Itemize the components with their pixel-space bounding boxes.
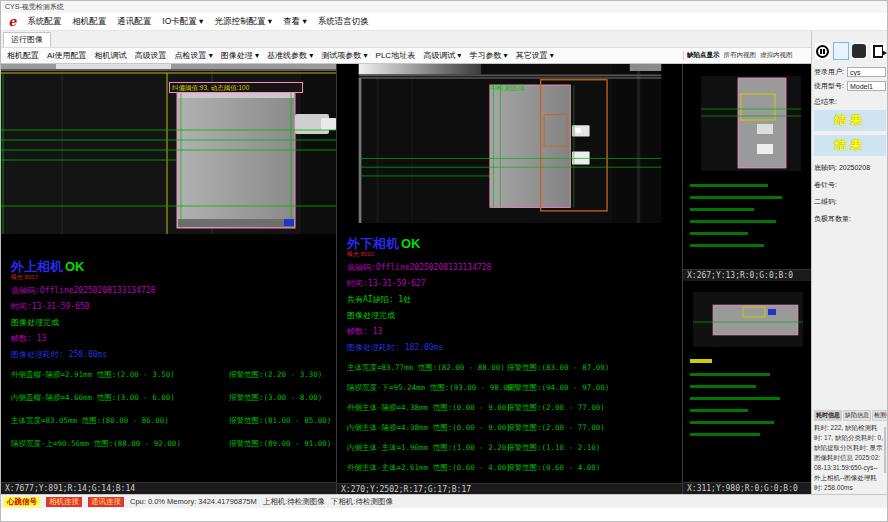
tab-row: 运行图像	[1, 31, 811, 47]
mid-camera-title: 外下相机OK	[347, 237, 682, 251]
barcode-label: 底轴码:	[814, 164, 837, 171]
title-bar: CYS-视觉检测系统	[1, 1, 887, 13]
mid-measurements: 主体宽度=83.77mm 范围:(82.00 - 88.00)报警范围:(83.…	[347, 363, 682, 483]
result-box-2: 结果	[814, 135, 886, 156]
left-frame-text: 帧数: 13	[11, 333, 336, 344]
app-window: CYS-视觉检测系统 e 系统配置 相机配置 通讯配置 IO卡配置 ▾ 光源控制…	[0, 0, 888, 522]
mid-result-ok: OK	[401, 236, 421, 251]
left-exposure-text: 曝光:8017	[11, 274, 336, 281]
tool-other-settings[interactable]: 其它设置 ▾	[516, 50, 554, 61]
comm-connect-badge: 通讯连接	[88, 497, 124, 507]
login-user-field: 登录用户: cys	[814, 67, 886, 77]
mid-overlay-text: 外下相机OK 曝光:8010 底轴码:Offline20250208133134…	[347, 237, 682, 353]
measurement-row: 隔膜宽度-上=90.56mm 范围:(88.00 - 92.00)报警范围:(8…	[11, 439, 336, 449]
cpu-memory-text: Cpu: 0.0% Memory: 3424.41796875M	[130, 497, 257, 506]
pause-button[interactable]	[814, 42, 831, 60]
model-field: 使用型号: Model1	[814, 81, 886, 91]
left-proc-time-text: 图像处理耗时: 258.00ms	[11, 349, 336, 360]
sidebar: 登录用户: cys 使用型号: Model1 总结果: 结果 结果 底轴码: 2…	[811, 31, 888, 494]
mid-frame-text: 帧数: 13	[347, 326, 682, 337]
mid-status-text: 图像处理完成	[347, 310, 682, 321]
measurement-row: 外侧盖帽-隔膜=2.91mm 范围:(2.00 - 3.50)报警范围:(2.2…	[11, 370, 336, 380]
tool-plc-address[interactable]: PLC地址表	[376, 50, 416, 61]
window-title: CYS-视觉检测系统	[5, 2, 64, 12]
mid-ai-info-text: 共有AI缺陷: 1处	[347, 294, 682, 305]
measurement-row: 内侧盖帽-隔膜=4.60mm 范围:(3.00 - 6.00)报警范围:(3.0…	[11, 393, 336, 403]
login-user-input[interactable]: cys	[847, 67, 886, 77]
toolbar: 相机配置 AI使用配置 相机调试 高级设置 点检设置 ▾ 图像处理 ▾ 基准线参…	[1, 47, 811, 64]
tool-test-params[interactable]: 测试项参数 ▾	[321, 50, 367, 61]
measurement-row: 外侧主体-主体=2.61mm 范围:(0.60 - 4.00)报警范围:(0.6…	[347, 463, 682, 473]
mid-coordinate-bar: X:270;Y:2502;R:17;G:17;B:17	[337, 483, 682, 494]
tool-spot-check[interactable]: 点检设置 ▾	[175, 50, 213, 61]
preview-top-panel: X:267;Y:13;R:0;G:0;B:0	[683, 64, 811, 281]
mid-time-text: 时间:13-31-59-627	[347, 278, 682, 289]
model-input[interactable]: Model1	[847, 81, 886, 91]
user-switch-button[interactable]	[851, 42, 868, 60]
left-time-text: 时间:13-31-59-650	[11, 301, 336, 312]
mid-camera-panel: AI检测区域 外下相机OK 曝光:8010 底轴码:Offline2025020…	[337, 64, 683, 494]
measurement-row: 主体宽度=83.05mm 范围:(80.00 - 86.00)报警范围:(81.…	[11, 416, 336, 426]
left-overlay-text: 外上相机OK 曝光:8017 底轴码:Offline20250208133134…	[11, 260, 336, 360]
camera-connect-badge: 相机连接	[46, 497, 82, 507]
measurement-row: 隔膜宽度-下=95.24mm 范围:(93.00 - 98.00)报警范围:(9…	[347, 383, 682, 393]
left-camera-panel: 纠偏阈值:93, 动态阈值:100 外上相机OK 曝光:8017 底轴码:Off…	[1, 64, 337, 494]
preview-bottom-image[interactable]	[683, 287, 810, 482]
sidebar-buttons	[814, 42, 886, 60]
preview-bottom-coordinate-bar: X:311;Y:980;R:0;G:0;B:0	[683, 482, 811, 494]
mid-barcode-text: 底轴码:Offline20250208133134728	[347, 262, 682, 273]
left-measurements: 外侧盖帽-隔膜=2.91mm 范围:(2.00 - 3.50)报警范围:(2.2…	[11, 370, 336, 462]
app-logo-icon: e	[7, 14, 17, 28]
menu-view[interactable]: 查看 ▾	[283, 16, 307, 28]
preview-header: 缺陷点显示 所有内视图 虚拟内视图	[683, 51, 811, 60]
stats-text: 耗时: 222, 缺陷检测耗时: 17, 缺陷分类耗时: 0, 缺陷提取分区耗时…	[814, 423, 886, 493]
menu-light-config[interactable]: 光源控制配置 ▾	[214, 16, 272, 28]
stats-scrollbar[interactable]	[884, 427, 886, 473]
login-user-button[interactable]	[833, 42, 850, 60]
tab-count-label: 负极耳数量:	[814, 214, 886, 224]
tool-ai-usage-config[interactable]: AI使用配置	[47, 50, 87, 61]
tool-advanced-debug[interactable]: 高级调试 ▾	[423, 50, 461, 61]
tab-run-image[interactable]: 运行图像	[3, 32, 51, 47]
tool-baseline-params[interactable]: 基准线参数 ▾	[267, 50, 313, 61]
menu-bar: e 系统配置 相机配置 通讯配置 IO卡配置 ▾ 光源控制配置 ▾ 查看 ▾ 系…	[1, 13, 887, 31]
tab-defect-info[interactable]: 缺陷信息	[843, 410, 871, 421]
exit-button[interactable]	[870, 42, 887, 60]
tool-image-processing[interactable]: 图像处理 ▾	[221, 50, 259, 61]
measurement-row: 内侧主体-主体=1.90mm 范围:(1.00 - 2.20)报警范围:(1.1…	[347, 443, 682, 453]
tool-camera-debug[interactable]: 相机调试	[95, 50, 127, 61]
preview-column: X:267;Y:13;R:0;G:0;B:0	[683, 64, 811, 494]
preview-tab-all-views[interactable]: 所有内视图	[724, 51, 757, 60]
left-camera-name: 外上相机	[11, 259, 63, 274]
model-label: 使用型号:	[814, 81, 847, 91]
measurement-row: 内侧主体-隔膜=4.38mm 范围:(0.00 - 9.00)报警范围:(2.0…	[347, 423, 682, 433]
tab-detect-info[interactable]: 检测信息	[872, 410, 888, 421]
left-coordinate-bar: X:7677;Y:891;R:14;G:14;B:14	[1, 482, 336, 494]
tool-learning-params[interactable]: 学习参数 ▾	[469, 50, 507, 61]
ai-region-label: AI检测区域	[490, 83, 525, 93]
login-user-label: 登录用户:	[814, 67, 847, 77]
menu-language-switch[interactable]: 系统语言切换	[318, 16, 369, 28]
preview-bottom-panel: X:311;Y:980;R:0;G:0;B:0	[683, 287, 811, 494]
result-box-1: 结果	[814, 110, 886, 131]
preview-tab-virtual-views[interactable]: 虚拟内视图	[760, 51, 793, 60]
left-barcode-text: 底轴码:Offline20250208133134728	[11, 285, 336, 296]
total-result-label: 总结果:	[814, 97, 886, 107]
mid-camera-name: 外下相机	[347, 236, 399, 251]
left-result-ok: OK	[65, 259, 85, 274]
tool-camera-config[interactable]: 相机配置	[7, 50, 39, 61]
main-area: 纠偏阈值:93, 动态阈值:100 外上相机OK 曝光:8017 底轴码:Off…	[1, 64, 811, 494]
barcode-value: 20250208	[839, 164, 870, 171]
menu-io-config[interactable]: IO卡配置 ▾	[162, 16, 203, 28]
menu-camera-config[interactable]: 相机配置	[72, 16, 106, 28]
left-camera-title: 外上相机OK	[11, 260, 336, 274]
menu-comm-config[interactable]: 通讯配置	[117, 16, 151, 28]
exit-door-icon	[873, 45, 883, 58]
preview-tab-defect-display[interactable]: 缺陷点显示	[687, 51, 720, 60]
tab-time-info[interactable]: 耗时信息	[814, 410, 842, 421]
tool-advanced-settings[interactable]: 高级设置	[135, 50, 167, 61]
status-bar: 心跳信号 相机连接 通讯连接 Cpu: 0.0% Memory: 3424.41…	[1, 494, 887, 508]
mid-proc-time-text: 图像处理耗时: 182.00ms	[347, 342, 682, 353]
menu-system-config[interactable]: 系统配置	[27, 16, 61, 28]
preview-top-image[interactable]	[683, 64, 810, 269]
